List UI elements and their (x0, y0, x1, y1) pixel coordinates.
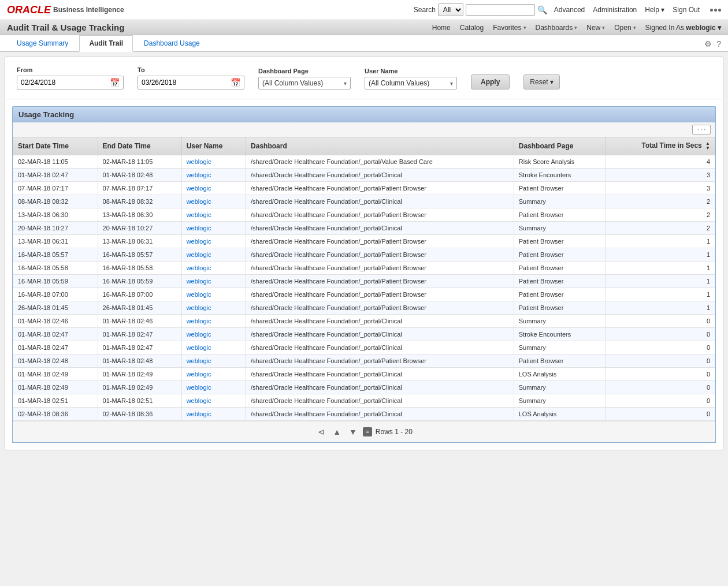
col-header-end-date[interactable]: End Date Time (98, 137, 181, 155)
from-date-input[interactable] (21, 79, 107, 87)
from-date-wrapper: 📅 (17, 76, 124, 89)
cell-start-date: 08-MAR-18 08:32 (13, 195, 98, 208)
cell-user: weblogic (181, 275, 246, 288)
cell-dashboard: /shared/Oracle Healthcare Foundation/_po… (246, 235, 514, 248)
favorites-nav-item[interactable]: Favorites ▾ (493, 24, 526, 32)
cell-time: 0 (606, 381, 715, 394)
cell-user: weblogic (181, 408, 246, 421)
cell-time: 0 (606, 354, 715, 368)
rows-icon: ≡ (363, 427, 372, 436)
table-row: 01-MAR-18 02:47 01-MAR-18 02:48 weblogic… (13, 169, 715, 182)
help-icon[interactable]: ? (716, 39, 721, 48)
cell-time: 1 (606, 235, 715, 248)
user-name-label: User Name (365, 68, 457, 74)
table-row: 13-MAR-18 06:31 13-MAR-18 06:31 weblogic… (13, 235, 715, 248)
main-content: From 📅 To 📅 Dashboard Page (All Column V… (5, 57, 723, 450)
table-section: Usage Tracking · · · Start Date Time End… (12, 106, 716, 443)
cell-dashboard-page: Patient Browser (514, 208, 606, 222)
home-nav-item[interactable]: Home (432, 24, 451, 32)
dashboards-nav-item[interactable]: Dashboards ▾ (536, 24, 578, 32)
bi-product-name: Business Intelligence (53, 6, 124, 14)
cell-user: weblogic (181, 169, 246, 182)
cell-dashboard: /shared/Oracle Healthcare Foundation/_po… (246, 248, 514, 262)
cell-start-date: 16-MAR-18 07:00 (13, 288, 98, 301)
to-date-input[interactable] (142, 79, 228, 87)
cell-dashboard-page: LOS Analysis (514, 408, 606, 421)
cell-dashboard-page: Stroke Encounters (514, 169, 606, 182)
to-calendar-icon[interactable]: 📅 (231, 78, 240, 87)
oracle-wordmark: ORACLE (7, 4, 51, 16)
reset-dropdown-arrow: ▾ (550, 78, 554, 86)
col-header-user-name[interactable]: User Name (181, 137, 246, 155)
cell-time: 0 (606, 408, 715, 421)
table-row: 01-MAR-18 02:48 01-MAR-18 02:48 weblogic… (13, 354, 715, 368)
cell-time: 3 (606, 182, 715, 195)
new-nav-item[interactable]: New ▾ (586, 24, 605, 32)
tab-dashboard-usage[interactable]: Dashboard Usage (134, 35, 210, 51)
cell-start-date: 01-MAR-18 02:49 (13, 381, 98, 394)
cell-start-date: 26-MAR-18 01:45 (13, 301, 98, 315)
cell-dashboard-page: Summary (514, 195, 606, 208)
cell-user: weblogic (181, 394, 246, 408)
search-label: Search (414, 6, 436, 14)
to-date-wrapper: 📅 (138, 76, 244, 89)
col-header-dashboard[interactable]: Dashboard (246, 137, 514, 155)
search-input[interactable] (466, 4, 535, 16)
cell-dashboard: /shared/Oracle Healthcare Foundation/_po… (246, 341, 514, 354)
cell-time: 1 (606, 248, 715, 262)
cell-end-date: 01-MAR-18 02:49 (98, 381, 181, 394)
cell-end-date: 07-MAR-18 07:17 (98, 182, 181, 195)
cell-dashboard-page: Patient Browser (514, 275, 606, 288)
pagination-next-btn[interactable]: ▼ (347, 426, 359, 438)
cell-dashboard-page: Stroke Encounters (514, 328, 606, 341)
cell-end-date: 20-MAR-18 10:27 (98, 222, 181, 235)
cell-user: weblogic (181, 195, 246, 208)
sort-indicator-row: · · · (13, 122, 715, 137)
table-row: 02-MAR-18 08:36 02-MAR-18 08:36 weblogic… (13, 408, 715, 421)
usage-tracking-table: Start Date Time End Date Time User Name … (13, 137, 715, 421)
col-header-start-date[interactable]: Start Date Time (13, 137, 98, 155)
settings-icon[interactable]: ⚙ (704, 39, 712, 48)
cell-start-date: 13-MAR-18 06:31 (13, 235, 98, 248)
help-link[interactable]: Help ▾ (645, 6, 664, 14)
cell-end-date: 16-MAR-18 07:00 (98, 288, 181, 301)
dashboard-page-select-wrapper[interactable]: (All Column Values) ▾ (258, 77, 351, 89)
cell-time: 0 (606, 394, 715, 408)
nav-dots-icon (710, 9, 721, 12)
user-name-select-wrapper[interactable]: (All Column Values) ▾ (365, 77, 457, 89)
cell-start-date: 13-MAR-18 06:30 (13, 208, 98, 222)
cell-user: weblogic (181, 235, 246, 248)
dashboard-page-label: Dashboard Page (258, 68, 351, 74)
cell-end-date: 01-MAR-18 02:51 (98, 394, 181, 408)
catalog-nav-item[interactable]: Catalog (460, 24, 484, 32)
sign-out-link[interactable]: Sign Out (673, 6, 700, 14)
cell-user: weblogic (181, 328, 246, 341)
pagination-first-btn[interactable]: ⊲ (315, 426, 327, 438)
advanced-link[interactable]: Advanced (554, 6, 585, 14)
second-navigation-bar: Audit Trail & Usage Tracking Home Catalo… (0, 20, 728, 35)
pagination-prev-btn[interactable]: ▲ (330, 426, 343, 438)
tab-usage-summary[interactable]: Usage Summary (7, 35, 78, 51)
cell-user: weblogic (181, 222, 246, 235)
open-nav-item[interactable]: Open ▾ (614, 24, 636, 32)
cell-start-date: 02-MAR-18 11:05 (13, 155, 98, 169)
reset-button[interactable]: Reset ▾ (523, 74, 559, 89)
table-row: 16-MAR-18 07:00 16-MAR-18 07:00 weblogic… (13, 288, 715, 301)
col-header-total-time[interactable]: Total Time in Secs ▲ ▼ (606, 137, 715, 155)
table-header-row: Start Date Time End Date Time User Name … (13, 137, 715, 155)
table-row: 01-MAR-18 02:46 01-MAR-18 02:46 weblogic… (13, 315, 715, 328)
cell-end-date: 01-MAR-18 02:47 (98, 328, 181, 341)
search-button[interactable]: 🔍 (537, 5, 547, 14)
cell-time: 1 (606, 301, 715, 315)
search-scope-select[interactable]: All (438, 3, 463, 16)
cell-dashboard: /shared/Oracle Healthcare Foundation/_po… (246, 262, 514, 275)
apply-button[interactable]: Apply (471, 74, 510, 89)
col-header-dashboard-page[interactable]: Dashboard Page (514, 137, 606, 155)
cell-time: 2 (606, 208, 715, 222)
cell-dashboard: /shared/Oracle Healthcare Foundation/_po… (246, 301, 514, 315)
cell-start-date: 01-MAR-18 02:46 (13, 315, 98, 328)
tab-audit-trail[interactable]: Audit Trail (79, 35, 133, 52)
top-nav-links: Advanced Administration Help ▾ Sign Out (554, 6, 721, 14)
administration-link[interactable]: Administration (593, 6, 637, 14)
from-calendar-icon[interactable]: 📅 (110, 78, 120, 87)
